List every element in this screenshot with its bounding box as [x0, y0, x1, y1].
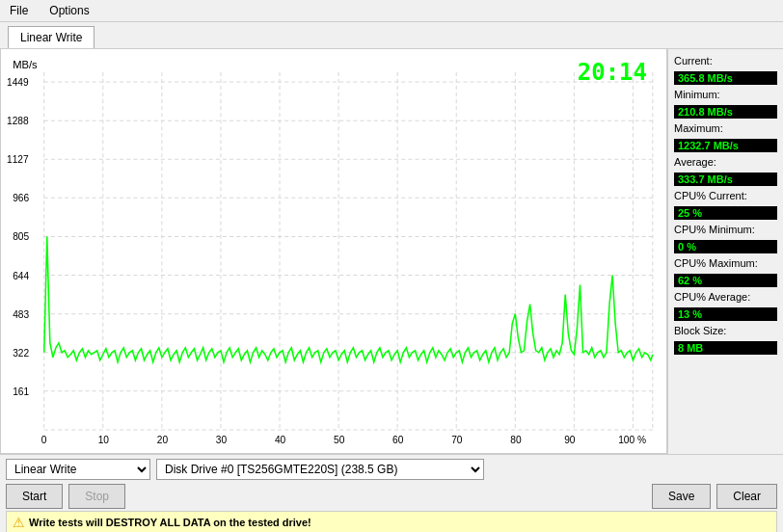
select-row: Linear Write Linear Read Random Write Ra…: [6, 459, 777, 480]
svg-text:30: 30: [216, 435, 228, 445]
time-display: 20:14: [578, 59, 647, 86]
maximum-label: Maximum:: [674, 122, 777, 134]
chart-area: 20:14 MB/s: [0, 49, 667, 454]
svg-text:20: 20: [157, 435, 169, 445]
minimum-value: 210.8 MB/s: [674, 105, 777, 119]
average-label: Average:: [674, 156, 777, 168]
stats-panel: Current: 365.8 MB/s Minimum: 210.8 MB/s …: [667, 49, 783, 454]
bottom-controls: Linear Write Linear Read Random Write Ra…: [0, 454, 783, 532]
svg-text:1127: 1127: [7, 154, 29, 165]
svg-text:70: 70: [451, 435, 463, 445]
cpu-minimum-label: CPU% Minimum:: [674, 224, 777, 235]
maximum-value: 1232.7 MB/s: [674, 139, 777, 152]
cpu-average-label: CPU% Average:: [674, 291, 777, 303]
svg-text:966: 966: [13, 193, 29, 203]
svg-text:50: 50: [334, 435, 345, 445]
disk-select[interactable]: Disk Drive #0 [TS256GMTE220S] (238.5 GB): [156, 459, 484, 480]
svg-text:MB/s: MB/s: [13, 59, 38, 70]
start-button[interactable]: Start: [6, 484, 63, 509]
svg-text:100 %: 100 %: [618, 435, 646, 445]
average-value: 333.7 MB/s: [674, 173, 777, 186]
svg-text:0: 0: [41, 435, 47, 445]
clear-button[interactable]: Clear: [716, 484, 777, 509]
warning-row: ⚠ Write tests will DESTROY ALL DATA on t…: [6, 511, 777, 532]
chart-svg: MB/s 1449: [5, 53, 662, 449]
tabbar: Linear Write: [0, 22, 783, 49]
warning-icon: ⚠: [13, 515, 25, 530]
svg-text:60: 60: [392, 435, 404, 445]
cpu-minimum-value: 0 %: [674, 240, 777, 253]
cpu-average-value: 13 %: [674, 307, 777, 321]
svg-text:80: 80: [510, 435, 522, 445]
block-size-value: 8 MB: [674, 341, 777, 355]
svg-text:40: 40: [275, 435, 286, 445]
svg-text:805: 805: [13, 232, 29, 243]
cpu-current-value: 25 %: [674, 206, 777, 220]
cpu-current-label: CPU% Current:: [674, 190, 777, 201]
current-label: Current:: [674, 55, 777, 66]
svg-text:1449: 1449: [7, 77, 29, 88]
svg-text:483: 483: [13, 309, 29, 320]
cpu-maximum-label: CPU% Maximum:: [674, 257, 777, 269]
svg-text:644: 644: [13, 271, 29, 281]
main-content: 20:14 MB/s: [0, 49, 783, 454]
svg-text:90: 90: [564, 435, 576, 445]
options-menu[interactable]: Options: [43, 2, 94, 19]
svg-text:161: 161: [13, 386, 29, 397]
minimum-label: Minimum:: [674, 89, 777, 100]
menubar: File Options: [0, 0, 783, 22]
svg-text:322: 322: [13, 348, 29, 359]
svg-text:1288: 1288: [7, 116, 29, 126]
warning-text: Write tests will DESTROY ALL DATA on the…: [29, 517, 311, 528]
button-row: Start Stop Save Clear: [6, 484, 777, 509]
current-value: 365.8 MB/s: [674, 71, 777, 85]
save-button[interactable]: Save: [652, 484, 711, 509]
svg-text:10: 10: [98, 435, 110, 445]
cpu-maximum-value: 62 %: [674, 274, 777, 287]
stop-button[interactable]: Stop: [68, 484, 125, 509]
linear-write-tab[interactable]: Linear Write: [8, 26, 94, 48]
file-menu[interactable]: File: [4, 2, 34, 19]
test-type-select[interactable]: Linear Write Linear Read Random Write Ra…: [6, 459, 150, 480]
block-size-label: Block Size:: [674, 325, 777, 336]
